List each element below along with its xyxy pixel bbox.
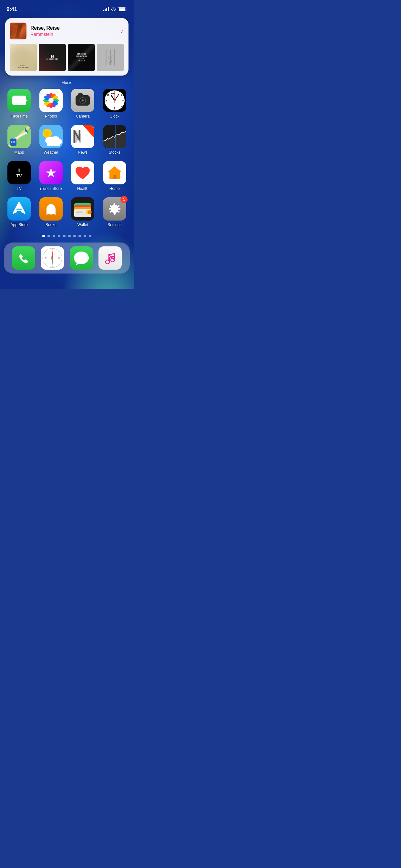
svg-text:E: E — [58, 257, 60, 259]
page-dot-9[interactable] — [84, 235, 86, 237]
wallet-icon — [71, 197, 94, 221]
battery-icon — [118, 7, 127, 11]
svg-text:12: 12 — [113, 92, 115, 94]
album-thumb-1[interactable]: Nick Cave& The Bad Seeds — [10, 44, 37, 71]
widget-label: Music — [0, 80, 134, 85]
app-item-clock[interactable]: 12 1 3 5 6 7 9 10 11 — [99, 89, 131, 119]
page-dot-1[interactable] — [42, 235, 45, 237]
appstore-icon — [7, 197, 31, 221]
health-label: Health — [77, 186, 89, 191]
dock-item-music[interactable] — [98, 246, 122, 270]
app-item-stocks[interactable]: Stocks — [99, 125, 131, 155]
now-playing-info: Reise, Reise Rammstein — [30, 25, 117, 37]
album-grid: Nick Cave& The Bad Seeds 16 HORSEPOWER S… — [10, 44, 124, 71]
page-dot-6[interactable] — [68, 235, 71, 237]
weather-label: Weather — [43, 150, 58, 155]
tv-label: TV — [17, 186, 22, 191]
music-note-icon: ♪ — [120, 27, 124, 35]
status-icons — [103, 7, 127, 11]
app-item-wallet[interactable]: Wallet — [67, 197, 99, 227]
wifi-icon — [111, 7, 116, 11]
clock-icon: 12 1 3 5 6 7 9 10 11 — [103, 89, 126, 112]
wallet-label: Wallet — [78, 222, 88, 227]
status-bar: 9:41 — [0, 0, 134, 14]
album-thumb-2[interactable]: 16 HORSEPOWER — [39, 44, 66, 71]
app-item-home[interactable]: Home — [99, 161, 131, 191]
health-icon — [71, 161, 94, 184]
page-dot-10[interactable] — [89, 235, 91, 237]
app-item-news[interactable]: News — [67, 125, 99, 155]
dock: N S E W — [4, 243, 130, 274]
signal-bar-3 — [106, 8, 107, 11]
phone-icon — [12, 246, 35, 270]
album-thumb-4[interactable] — [97, 44, 124, 71]
itunes-icon: ★ — [39, 161, 63, 184]
signal-bars-icon — [103, 7, 109, 11]
svg-text:280: 280 — [11, 141, 16, 144]
app-item-itunes[interactable]: ★ iTunes Store — [35, 161, 67, 191]
app-item-tv[interactable]:  TV TV — [3, 161, 35, 191]
weather-icon — [39, 125, 63, 148]
itunes-label: iTunes Store — [40, 186, 62, 191]
svg-rect-7 — [12, 96, 21, 104]
svg-line-5 — [107, 53, 111, 56]
app-item-settings[interactable]: 1 Settings — [99, 197, 131, 227]
photos-label: Photos — [45, 114, 57, 119]
app-item-health[interactable]: Health — [67, 161, 99, 191]
page-dot-5[interactable] — [63, 235, 66, 237]
svg-point-42 — [114, 100, 115, 101]
svg-marker-8 — [22, 96, 26, 104]
svg-text:10: 10 — [106, 94, 109, 96]
facetime-icon — [7, 89, 31, 112]
svg-point-67 — [115, 177, 116, 178]
page-dot-7[interactable] — [73, 235, 76, 237]
facetime-label: FaceTime — [11, 114, 28, 119]
album-art-rammstein — [10, 23, 27, 39]
svg-line-4 — [111, 55, 113, 59]
svg-point-77 — [88, 210, 92, 214]
dock-item-safari[interactable]: N S E W — [41, 246, 64, 270]
status-time: 9:41 — [6, 6, 17, 12]
dock-item-phone[interactable] — [12, 246, 35, 270]
now-playing-section: Reise, Reise Rammstein ♪ — [10, 23, 124, 39]
signal-bar-1 — [103, 10, 104, 11]
app-item-camera[interactable]: Camera — [67, 89, 99, 119]
music-widget[interactable]: Reise, Reise Rammstein ♪ Nick Cave& The … — [5, 18, 128, 75]
appstore-label: App Store — [11, 222, 28, 227]
app-item-facetime[interactable]: FaceTime — [3, 89, 35, 119]
page-dot-4[interactable] — [58, 235, 60, 237]
now-playing-title: Reise, Reise — [30, 25, 117, 31]
maps-icon: 280 — [7, 125, 31, 148]
svg-line-2 — [111, 60, 112, 65]
home-icon — [103, 161, 126, 184]
svg-rect-75 — [76, 212, 83, 213]
app-item-photos[interactable]: Photos — [35, 89, 67, 119]
camera-label: Camera — [76, 114, 90, 119]
safari-icon: N S E W — [41, 246, 64, 270]
books-icon — [39, 197, 63, 221]
app-item-books[interactable]: Books — [35, 197, 67, 227]
stocks-icon — [103, 125, 126, 148]
app-item-weather[interactable]: Weather — [35, 125, 67, 155]
svg-line-6 — [111, 52, 114, 55]
app-item-appstore[interactable]: App Store — [3, 197, 35, 227]
dock-item-messages[interactable] — [70, 246, 93, 270]
svg-point-52 — [43, 130, 51, 137]
svg-text:11: 11 — [111, 93, 113, 95]
stocks-label: Stocks — [109, 150, 120, 155]
app-item-maps[interactable]: 280 Maps — [3, 125, 35, 155]
settings-wrapper: 1 — [103, 197, 126, 221]
settings-label: Settings — [107, 222, 121, 227]
page-dot-3[interactable] — [53, 235, 55, 237]
page-dot-8[interactable] — [79, 235, 81, 237]
clock-label: Clock — [110, 114, 120, 119]
page-dot-2[interactable] — [48, 235, 50, 237]
svg-point-22 — [49, 98, 54, 103]
svg-text:W: W — [44, 257, 47, 259]
home-label: Home — [110, 186, 120, 191]
svg-rect-68 — [17, 209, 22, 210]
tv-icon:  TV — [7, 161, 31, 184]
signal-bar-2 — [104, 9, 105, 11]
maps-label: Maps — [14, 150, 24, 155]
album-thumb-3[interactable]: SONS ANDDAUGHTERS LOVETHE CUP — [68, 44, 95, 71]
